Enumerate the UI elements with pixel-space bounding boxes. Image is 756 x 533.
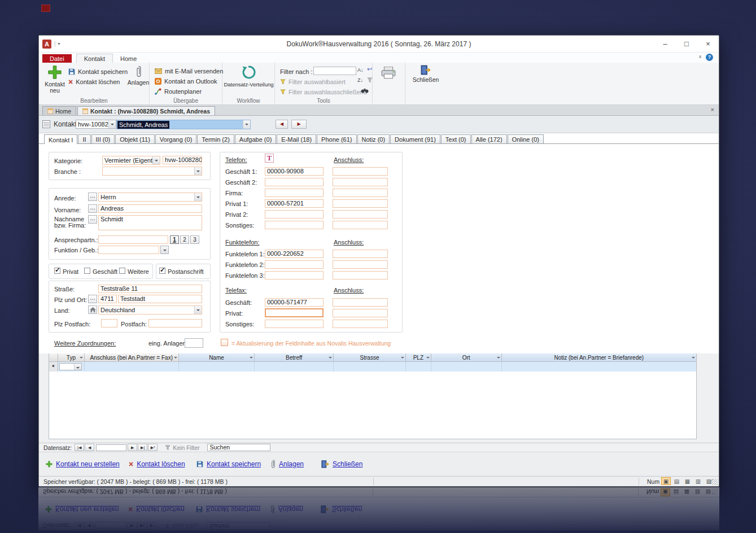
form-tab-kontakt-1[interactable]: Kontakt I xyxy=(44,134,77,144)
fax-geschaeft-anschluss-field[interactable] xyxy=(333,298,388,307)
grid-new-cell[interactable] xyxy=(502,362,696,372)
grid-col-betreff[interactable]: Betreff xyxy=(255,353,334,362)
land-combobox[interactable]: Deutschland xyxy=(98,305,202,314)
form-tab-notiz[interactable]: Notiz (0) xyxy=(357,134,390,143)
view-form-button[interactable]: ▣ xyxy=(661,477,671,485)
grid-col-typ[interactable]: Typ xyxy=(58,353,85,362)
column-dropdown-icon[interactable] xyxy=(80,357,83,360)
ansprechpartner-1-button[interactable]: 1 xyxy=(170,235,179,244)
fax-geschaeft-field[interactable]: 00000-571477 xyxy=(265,298,324,307)
maximize-button[interactable]: □ xyxy=(676,36,697,52)
fax-sonstiges-field[interactable] xyxy=(265,320,324,328)
plz-browse-button[interactable]: … xyxy=(88,295,97,303)
funktion-field[interactable] xyxy=(98,246,159,254)
privat1-field[interactable]: 00000-57201 xyxy=(265,199,324,208)
grid-new-record-row[interactable]: * xyxy=(49,362,696,372)
privat1-anschluss-field[interactable] xyxy=(333,199,388,208)
previous-record-button[interactable]: ◀ xyxy=(85,444,94,451)
print-button[interactable] xyxy=(381,67,396,79)
postanschrift-checkbox[interactable] xyxy=(159,268,165,274)
form-tab-phone[interactable]: Phone (61) xyxy=(317,134,356,143)
sonstiges-field[interactable] xyxy=(265,221,324,229)
geschaeft-checkbox[interactable] xyxy=(84,268,90,274)
last-record-button[interactable]: ▶| xyxy=(138,444,147,451)
qat-customize-button[interactable]: ▾ xyxy=(58,41,60,46)
anrede-combobox[interactable]: Herrn xyxy=(98,193,202,202)
filter-small-icon[interactable] xyxy=(367,77,373,83)
doc-tab-kontakt[interactable]: Kontakt : (hvw-1008280) Schmidt, Andreas xyxy=(77,106,215,115)
privat2-anschluss-field[interactable] xyxy=(333,210,388,219)
view-design-button[interactable]: ▥ xyxy=(693,477,703,485)
nachname-field[interactable]: Schmidt xyxy=(98,215,202,230)
form-tab-objekt[interactable]: Objekt (11) xyxy=(115,134,155,143)
resize-grip[interactable] xyxy=(711,479,718,485)
weitere-zuordnungen-link[interactable]: Weitere Zuordnungen: xyxy=(54,340,116,347)
dropdown-arrow-icon[interactable] xyxy=(74,364,81,370)
grid-col-plz[interactable]: PLZ xyxy=(406,353,431,362)
column-dropdown-icon[interactable] xyxy=(250,357,253,360)
grid-new-cell[interactable] xyxy=(179,362,255,372)
kategorie-combobox[interactable]: Vermieter (Eigentür xyxy=(102,156,160,165)
ribbon-tab-datei[interactable]: Datei xyxy=(42,54,72,63)
ribbon-collapse-icon[interactable]: ∧ xyxy=(698,54,702,59)
grid-col-ort[interactable]: Ort xyxy=(431,353,502,362)
dropdown-arrow-icon[interactable] xyxy=(152,156,160,164)
filter-nach-input[interactable] xyxy=(313,67,356,75)
fax-privat-anschluss-field[interactable] xyxy=(333,309,388,317)
column-dropdown-icon[interactable] xyxy=(174,357,177,360)
funktelefon2-field[interactable] xyxy=(265,260,324,269)
plz-field[interactable]: 4711 xyxy=(98,295,117,303)
postfach-field[interactable] xyxy=(148,319,202,327)
record-search-input[interactable]: Suchen xyxy=(207,444,270,451)
privat-checkbox[interactable] xyxy=(54,268,60,274)
geschaeft1-anschluss-field[interactable] xyxy=(333,167,388,176)
grid-new-cell[interactable] xyxy=(431,362,502,372)
kontakt-loeschen-button[interactable]: × Kontakt löschen xyxy=(68,77,120,86)
ribbon-tab-home[interactable]: Home xyxy=(113,54,144,63)
ort-field[interactable]: Teststadt xyxy=(118,295,202,303)
firma-anschluss-field[interactable] xyxy=(333,189,388,197)
filter-ausschliessend-button[interactable]: Filter auswahlausschließend xyxy=(280,88,367,97)
fax-privat-field[interactable] xyxy=(265,308,324,317)
first-record-button[interactable]: |◀ xyxy=(75,444,84,451)
schliessen-button[interactable]: Schließen xyxy=(405,65,446,83)
sort-ascending-icon[interactable]: A↓ xyxy=(357,67,364,73)
kontakt-speichern-button[interactable]: Kontakt speichern xyxy=(68,67,128,76)
grid-new-cell[interactable] xyxy=(255,362,334,372)
grid-col-strasse[interactable]: Strasse xyxy=(334,353,406,362)
column-dropdown-icon[interactable] xyxy=(426,357,430,360)
footer-link-kontakt-neu[interactable]: Kontakt neu erstellen xyxy=(46,460,120,468)
form-tab-text[interactable]: Text (0) xyxy=(441,134,471,143)
firma-field[interactable] xyxy=(265,189,324,197)
ansprechpartner-2-button[interactable]: 2 xyxy=(180,235,189,244)
form-tab-vorgang[interactable]: Vorgang (0) xyxy=(155,134,196,143)
privat2-field[interactable] xyxy=(265,210,324,219)
column-dropdown-icon[interactable] xyxy=(692,357,695,360)
ansprechpartner-3-button[interactable]: 3 xyxy=(190,235,199,244)
next-contact-button[interactable]: ▶ xyxy=(291,120,307,129)
new-record-button[interactable]: ▶* xyxy=(148,444,158,451)
form-tab-aufgabe[interactable]: Aufgabe (0) xyxy=(235,134,276,143)
kontakt-id-field[interactable]: hvw-1008280 xyxy=(163,156,202,164)
home-country-button[interactable] xyxy=(88,305,97,314)
funktelefon1-anschluss-field[interactable] xyxy=(333,250,388,258)
vorname-browse-button[interactable]: … xyxy=(88,204,97,213)
routenplaner-button[interactable]: Routenplaner xyxy=(155,87,202,96)
form-tab-iii[interactable]: III (0) xyxy=(91,134,115,143)
binoculars-icon[interactable] xyxy=(361,88,369,93)
form-tab-email[interactable]: E-Mail (18) xyxy=(277,134,316,143)
help-icon[interactable]: ? xyxy=(706,54,713,61)
column-dropdown-icon[interactable] xyxy=(329,357,332,360)
ansprechpartner-field[interactable] xyxy=(98,235,168,244)
column-dropdown-icon[interactable] xyxy=(401,357,404,360)
ribbon-tab-kontakt[interactable]: Kontakt xyxy=(76,54,113,63)
funktelefon3-anschluss-field[interactable] xyxy=(333,271,388,279)
kontakt-name-combobox[interactable]: Schmidt, Andreas xyxy=(116,120,251,129)
footer-link-kontakt-loeschen[interactable]: × Kontakt löschen xyxy=(129,460,185,468)
filter-indicator[interactable]: Kein Filter xyxy=(165,444,199,451)
grid-new-cell[interactable] xyxy=(85,362,179,372)
typ-combobox[interactable] xyxy=(59,363,82,370)
view-layout-button[interactable]: ▦ xyxy=(683,477,692,485)
grid-new-typ-cell[interactable] xyxy=(58,362,85,372)
tapi-dial-icon[interactable]: T xyxy=(265,154,274,163)
